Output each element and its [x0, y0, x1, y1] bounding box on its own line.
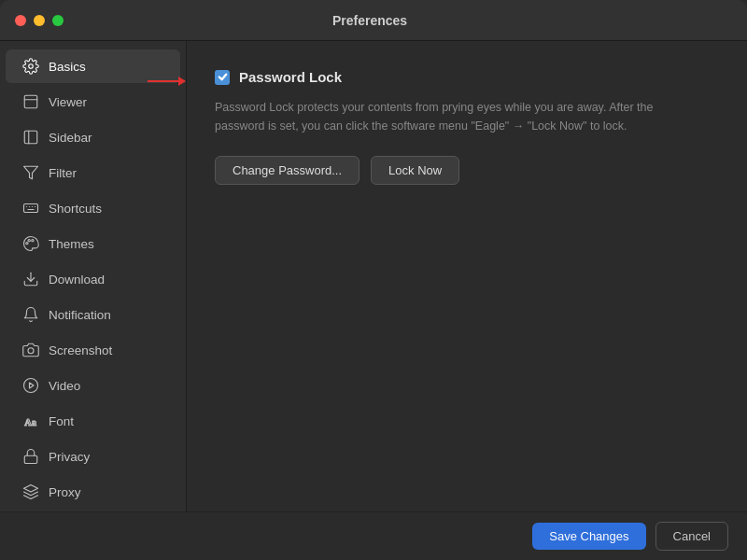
- svg-marker-4: [24, 166, 38, 179]
- save-changes-button[interactable]: Save Changes: [532, 523, 645, 550]
- sidebar-item-privacy[interactable]: Privacy: [6, 440, 180, 473]
- lock-now-button[interactable]: Lock Now: [371, 156, 459, 185]
- sidebar: Basics Viewer Sidebar Filter: [0, 41, 187, 511]
- gear-icon: [22, 58, 39, 75]
- sidebar-item-download[interactable]: Download: [6, 262, 180, 296]
- sidebar-label-themes: Themes: [49, 237, 94, 251]
- screenshot-icon: [22, 342, 39, 358]
- sidebar-item-basics[interactable]: Basics: [6, 49, 180, 83]
- password-lock-description: Password Lock protects your contents fro…: [215, 98, 663, 135]
- svg-rect-1: [24, 95, 37, 108]
- preferences-window: Preferences Basics Viewer Sideb: [0, 0, 747, 560]
- sidebar-item-shortcuts[interactable]: Shortcuts: [6, 191, 180, 225]
- sidebar-item-video[interactable]: Video: [6, 369, 180, 402]
- download-icon: [22, 271, 39, 287]
- minimize-button[interactable]: [34, 15, 45, 26]
- footer: Save Changes Cancel: [0, 511, 747, 560]
- proxy-icon: [22, 483, 39, 500]
- viewer-icon: [22, 93, 39, 110]
- arrow-indicator: [148, 80, 185, 82]
- sidebar-label-viewer: Viewer: [49, 95, 87, 109]
- svg-point-10: [28, 348, 34, 354]
- sidebar-label-filter: Filter: [49, 166, 77, 180]
- sidebar-icon: [22, 129, 39, 146]
- password-lock-checkbox[interactable]: [215, 70, 230, 85]
- sidebar-item-font[interactable]: Aa Font: [6, 404, 180, 438]
- sidebar-label-privacy: Privacy: [49, 450, 90, 464]
- sidebar-item-notification[interactable]: Notification: [6, 298, 180, 331]
- svg-rect-14: [24, 455, 37, 463]
- sidebar-label-proxy: Proxy: [49, 485, 81, 499]
- sidebar-label-basics: Basics: [49, 60, 86, 74]
- svg-point-6: [26, 243, 28, 245]
- password-lock-checkbox-wrapper: Password Lock: [215, 69, 342, 85]
- sidebar-item-sidebar[interactable]: Sidebar: [6, 120, 180, 154]
- sidebar-item-screenshot[interactable]: Screenshot: [6, 333, 180, 367]
- sidebar-item-filter[interactable]: Filter: [6, 156, 180, 189]
- maximize-button[interactable]: [52, 15, 63, 26]
- password-lock-title: Password Lock: [239, 69, 342, 85]
- sidebar-label-screenshot: Screenshot: [49, 343, 112, 357]
- sidebar-item-proxy[interactable]: Proxy: [6, 475, 180, 509]
- svg-rect-5: [24, 204, 38, 213]
- password-lock-header: Password Lock: [215, 69, 719, 85]
- sidebar-label-shortcuts: Shortcuts: [49, 202, 102, 216]
- svg-point-7: [28, 240, 30, 242]
- cancel-button[interactable]: Cancel: [655, 522, 728, 551]
- content-area: Basics Viewer Sidebar Filter: [0, 41, 747, 511]
- themes-icon: [22, 235, 39, 252]
- svg-point-11: [24, 379, 38, 393]
- svg-rect-2: [24, 131, 37, 144]
- privacy-icon: [22, 448, 39, 465]
- svg-point-8: [32, 240, 34, 242]
- video-icon: [22, 377, 39, 394]
- main-panel: Password Lock Password Lock protects you…: [187, 41, 747, 511]
- close-button[interactable]: [15, 15, 26, 26]
- svg-marker-12: [30, 383, 35, 388]
- shortcuts-icon: [22, 200, 39, 217]
- change-password-button[interactable]: Change Password...: [215, 156, 359, 185]
- sidebar-label-sidebar: Sidebar: [49, 131, 92, 145]
- password-lock-buttons: Change Password... Lock Now: [215, 156, 719, 185]
- sidebar-label-video: Video: [49, 379, 80, 393]
- sidebar-label-download: Download: [49, 273, 105, 287]
- filter-icon: [22, 164, 39, 181]
- titlebar: Preferences: [0, 0, 747, 41]
- traffic-lights: [15, 15, 63, 26]
- sidebar-label-notification: Notification: [49, 308, 111, 322]
- font-icon: Aa: [22, 413, 39, 429]
- svg-point-0: [29, 64, 34, 69]
- sidebar-item-themes[interactable]: Themes: [6, 227, 180, 260]
- sidebar-label-font: Font: [49, 414, 74, 428]
- svg-text:Aa: Aa: [24, 417, 37, 427]
- notification-icon: [22, 306, 39, 323]
- window-title: Preferences: [63, 13, 676, 28]
- arrow-line: [148, 80, 185, 82]
- sidebar-item-viewer[interactable]: Viewer: [6, 85, 180, 119]
